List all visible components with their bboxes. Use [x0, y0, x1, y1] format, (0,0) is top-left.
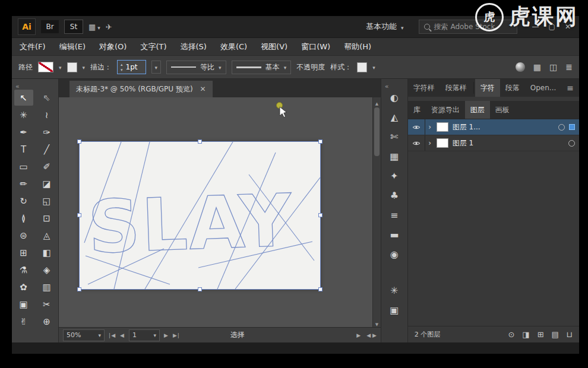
disclosure-arrow-icon[interactable]: ›: [425, 123, 435, 131]
chevron-down-icon[interactable]: [372, 63, 375, 71]
opacity-link[interactable]: 不透明度: [296, 62, 325, 72]
layers-panel-icon[interactable]: ▣: [385, 300, 404, 320]
gradient-panel-icon[interactable]: ▬: [385, 225, 404, 245]
symbols-panel-icon[interactable]: ✦: [385, 166, 404, 186]
stroke-weight-field[interactable]: 1pt: [117, 60, 146, 74]
gpu-performance-icon[interactable]: ✈: [106, 23, 112, 31]
document-setup-icon[interactable]: [516, 62, 525, 72]
scroll-down-icon[interactable]: [373, 319, 381, 326]
type-tool[interactable]: T: [14, 141, 33, 157]
stock-button[interactable]: St: [64, 20, 83, 34]
tab-opentype[interactable]: Open...: [525, 79, 562, 97]
delete-icon[interactable]: ⊔: [567, 330, 573, 339]
first-artboard-button[interactable]: |◀: [109, 332, 116, 338]
tab-artboards[interactable]: 画板: [490, 101, 515, 119]
tab-character[interactable]: 字符: [475, 79, 500, 97]
canvas[interactable]: SLAY: [59, 97, 381, 327]
workspace-switcher[interactable]: 基本功能: [366, 21, 404, 32]
stroke-stepper[interactable]: [121, 62, 123, 72]
step-up-icon[interactable]: [121, 62, 123, 67]
selection-handle[interactable]: [198, 287, 202, 291]
bridge-button[interactable]: Br: [41, 20, 59, 33]
visibility-toggle[interactable]: [408, 119, 425, 135]
brushes-panel-icon[interactable]: ♣: [385, 186, 404, 205]
zoom-tool[interactable]: ⊕: [37, 313, 56, 329]
appearance-panel-icon[interactable]: ✳: [385, 281, 404, 300]
recolor-artwork-icon[interactable]: ✄: [385, 127, 404, 147]
color-guide-icon[interactable]: ◭: [385, 107, 404, 127]
stroke-weight-value[interactable]: 1pt: [126, 63, 143, 71]
last-artboard-button[interactable]: ▶|: [173, 332, 180, 338]
graphic-style-swatch[interactable]: [357, 62, 367, 72]
menu-type[interactable]: 文字(T): [140, 42, 166, 52]
artboard-number-dropdown[interactable]: 1: [129, 329, 160, 341]
eraser-tool[interactable]: ◪: [37, 176, 56, 192]
stroke-weight-dropdown[interactable]: [151, 61, 162, 74]
color-panel-icon[interactable]: ◐: [385, 88, 404, 107]
magic-wand-tool[interactable]: ✳: [14, 107, 33, 123]
arrange-documents-button[interactable]: ▦: [88, 23, 100, 31]
gradient-tool[interactable]: ◧: [37, 245, 56, 261]
selection-handle[interactable]: [318, 139, 323, 144]
slice-tool[interactable]: ✂: [37, 296, 56, 312]
lasso-tool[interactable]: ≀: [37, 107, 56, 123]
selection-handle[interactable]: [77, 213, 81, 217]
clipping-mask-icon[interactable]: ◨: [522, 330, 529, 339]
align-panel-icon[interactable]: ▦: [533, 62, 541, 72]
tab-layers[interactable]: 图层: [465, 101, 490, 119]
line-tool[interactable]: ╱: [37, 141, 56, 157]
panel-menu-icon[interactable]: [561, 79, 579, 97]
menu-window[interactable]: 窗口(W): [301, 42, 330, 52]
selection-handle[interactable]: [77, 287, 81, 291]
layer-name[interactable]: 图层 1...: [453, 122, 480, 132]
hand-tool[interactable]: ✌: [14, 313, 33, 329]
tab-paragraph[interactable]: 段落: [500, 79, 525, 97]
tab-libraries[interactable]: 库: [408, 101, 426, 119]
width-tool[interactable]: ≬: [14, 210, 33, 226]
vertical-scrollbar[interactable]: [372, 97, 381, 327]
tab-character-styles[interactable]: 字符样: [408, 79, 440, 97]
scrollbar-thumb[interactable]: [374, 107, 380, 156]
stroke-panel-icon[interactable]: ≡: [385, 205, 404, 225]
previous-artboard-button[interactable]: ◀: [120, 332, 125, 338]
menu-select[interactable]: 选择(S): [180, 42, 206, 52]
target-circle-icon[interactable]: [568, 140, 575, 147]
play-icon[interactable]: ▶: [356, 332, 361, 338]
column-graph-tool[interactable]: ▥: [37, 279, 56, 295]
paintbrush-tool[interactable]: ✐: [37, 158, 56, 175]
menu-help[interactable]: 帮助(H): [344, 42, 371, 52]
symbol-sprayer-tool[interactable]: ✿: [14, 279, 33, 295]
layer-row[interactable]: › 图层 1: [408, 135, 579, 151]
shape-builder-tool[interactable]: ⊜: [14, 227, 33, 243]
transparency-panel-icon[interactable]: ◉: [385, 245, 404, 264]
transform-panel-icon[interactable]: ◫: [549, 62, 557, 72]
menu-effect[interactable]: 效果(C): [220, 42, 247, 52]
layer-thumbnail[interactable]: [437, 122, 448, 132]
width-profile-dropdown[interactable]: 等比: [166, 61, 226, 74]
selection-indicator[interactable]: [569, 124, 575, 130]
rotate-tool[interactable]: ↻: [14, 193, 33, 209]
shaper-tool[interactable]: ✏: [14, 176, 33, 192]
tab-asset-export[interactable]: 资源导出: [426, 101, 465, 119]
collapse-panel-icon[interactable]: [381, 79, 389, 88]
direct-selection-tool[interactable]: ⇖: [37, 90, 56, 106]
artwork-text[interactable]: SLAY: [87, 178, 294, 269]
selection-handle[interactable]: [318, 287, 323, 291]
fill-color-swatch[interactable]: [38, 62, 53, 72]
chevron-down-icon[interactable]: [59, 63, 62, 71]
artboard-tool[interactable]: ▣: [14, 296, 33, 312]
layer-thumbnail[interactable]: [437, 138, 448, 148]
menu-file[interactable]: 文件(F): [20, 42, 46, 52]
selection-tool[interactable]: ↖: [14, 90, 33, 106]
eyedropper-tool[interactable]: ⚗: [14, 262, 33, 278]
stroke-color-swatch[interactable]: [67, 62, 77, 72]
horizontal-scroll-arrows[interactable]: ◀ ▶: [366, 332, 377, 338]
tab-paragraph-styles[interactable]: 段落样: [440, 79, 472, 97]
menu-view[interactable]: 视图(V): [261, 42, 287, 52]
perspective-grid-tool[interactable]: ◬: [37, 227, 56, 243]
rectangle-tool[interactable]: ▭: [14, 158, 33, 175]
artboard[interactable]: SLAY: [80, 142, 320, 289]
collapse-panel-icon[interactable]: [12, 79, 58, 88]
close-tab-icon[interactable]: ✕: [200, 85, 206, 93]
locate-object-icon[interactable]: ⊙: [508, 330, 514, 339]
